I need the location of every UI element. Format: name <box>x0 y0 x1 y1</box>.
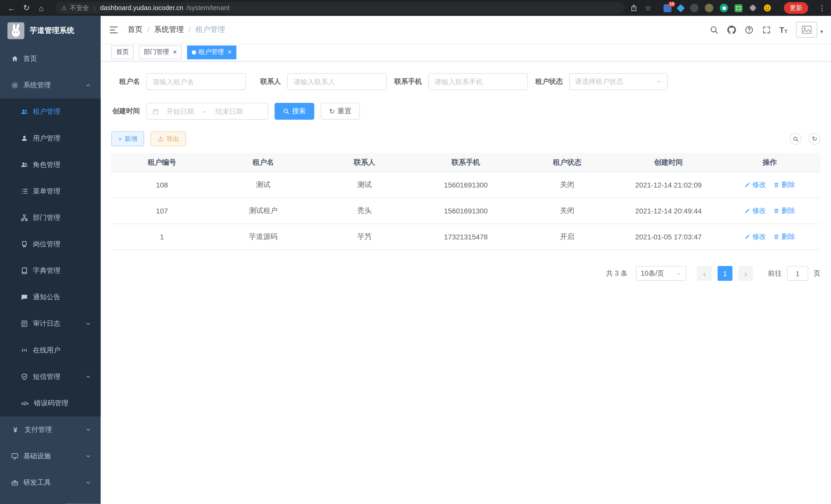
contact-input[interactable] <box>287 73 387 90</box>
pagination-total: 共 3 条 <box>606 269 628 278</box>
edit-link[interactable]: 修改 <box>744 232 766 241</box>
sidebar-item-dev-tools[interactable]: 研发工具 <box>0 469 101 496</box>
goto-page-input[interactable] <box>787 266 808 281</box>
tab-dept-management[interactable]: 部门管理 × <box>139 45 181 59</box>
sidebar-item-tenant-management[interactable]: 租户管理 <box>0 99 101 125</box>
cell-tenant-id: 108 <box>111 172 212 198</box>
app-logo[interactable]: 芋道管理系统 <box>0 16 101 46</box>
search-icon[interactable] <box>710 25 718 34</box>
extension-diamond-icon[interactable] <box>678 5 684 11</box>
address-bar[interactable]: ⚠ 不安全 | dashboard.yudao.iocoder.cn /syst… <box>55 2 625 13</box>
end-date-input[interactable] <box>209 108 249 115</box>
shield-icon <box>21 373 28 380</box>
tenant-name-input[interactable] <box>146 73 246 90</box>
avatar[interactable] <box>796 22 818 38</box>
sidebar-item-audit-log[interactable]: 审计日志 <box>0 310 101 337</box>
tab-home[interactable]: 首页 <box>111 45 134 59</box>
sidebar-item-infrastructure[interactable]: 基础设施 <box>0 443 101 469</box>
tenant-people-icon <box>21 108 28 116</box>
delete-link[interactable]: 删除 <box>773 180 795 189</box>
create-time-label: 创建时间 <box>111 107 140 116</box>
page-1-button[interactable]: 1 <box>718 266 733 281</box>
sidebar-item-online-users[interactable]: 在线用户 <box>0 337 101 363</box>
close-icon[interactable]: × <box>228 49 232 56</box>
filter-contact: 联系人 <box>252 73 387 90</box>
breadcrumb-current: 租户管理 <box>196 25 225 34</box>
sidebar-collapse-icon[interactable] <box>109 25 119 35</box>
cell-contact: 芋艿 <box>314 224 415 250</box>
browser-menu-icon[interactable]: ⋮ <box>819 4 826 12</box>
extension-globe-icon[interactable] <box>690 4 698 12</box>
extension-chat-icon[interactable] <box>735 4 743 12</box>
delete-link[interactable]: 删除 <box>773 232 795 241</box>
filter-create-time: 创建时间 - <box>111 103 268 120</box>
export-button[interactable]: 导出 <box>150 131 186 146</box>
home-dashboard-icon <box>11 55 19 63</box>
plus-icon: + <box>118 135 122 143</box>
reset-button[interactable]: ↻ 重置 <box>321 103 360 120</box>
browser-toolbar: ← ↻ ⌂ ⚠ 不安全 | dashboard.yudao.iocoder.cn… <box>0 0 831 16</box>
sidebar-item-error-code-management[interactable]: </> 错误码管理 <box>0 390 101 416</box>
cell-status: 开启 <box>516 224 618 250</box>
next-page-button[interactable]: › <box>738 266 753 281</box>
breadcrumb-home[interactable]: 首页 <box>128 25 143 34</box>
security-label[interactable]: 不安全 <box>70 3 89 12</box>
breadcrumb-system[interactable]: 系统管理 <box>154 25 184 34</box>
page-size-select[interactable]: 10条/页 <box>636 266 686 281</box>
edit-link[interactable]: 修改 <box>744 206 766 215</box>
sidebar-item-home[interactable]: 首页 <box>0 46 101 72</box>
trash-icon <box>773 234 780 240</box>
contact-label: 联系人 <box>252 77 281 86</box>
col-tenant-id: 租户编号 <box>111 153 212 172</box>
calendar-icon <box>152 108 159 115</box>
add-button[interactable]: + 新增 <box>111 131 144 146</box>
delete-link[interactable]: 删除 <box>773 206 795 215</box>
refresh-table-button[interactable]: ↻ <box>809 133 820 145</box>
sidebar-item-dept-management[interactable]: 部门管理 <box>0 205 101 231</box>
sidebar-item-user-management[interactable]: 用户管理 <box>0 125 101 152</box>
date-range-picker[interactable]: - <box>146 103 268 120</box>
status-select[interactable]: 请选择租户状态 <box>569 73 668 90</box>
sidebar-item-post-management[interactable]: 岗位管理 <box>0 231 101 258</box>
badge-icon <box>21 240 28 248</box>
edit-link[interactable]: 修改 <box>744 180 766 189</box>
filter-status: 租户状态 请选择租户状态 <box>534 73 668 90</box>
extension-ring-icon[interactable] <box>720 4 728 12</box>
tenant-table: 租户编号 租户名 联系人 联系手机 租户状态 创建时间 操作 108 测试 <box>111 153 821 250</box>
back-icon[interactable]: ← <box>5 2 18 14</box>
chevron-up-icon <box>85 83 91 88</box>
help-icon[interactable] <box>744 25 753 34</box>
extension-olive-icon[interactable] <box>705 4 713 12</box>
search-button[interactable]: 搜索 <box>275 103 314 120</box>
prev-page-button[interactable]: ‹ <box>697 266 712 281</box>
home-icon[interactable]: ⌂ <box>35 2 48 14</box>
close-icon[interactable]: × <box>173 49 177 56</box>
refresh-icon[interactable]: ↻ <box>20 2 33 14</box>
start-date-input[interactable] <box>160 108 200 115</box>
sidebar-item-dict-management[interactable]: 字典管理 <box>0 258 101 284</box>
share-icon[interactable] <box>630 4 638 12</box>
github-icon[interactable] <box>727 25 736 34</box>
tab-tenant-management[interactable]: 租户管理 × <box>187 45 236 59</box>
col-contact: 联系人 <box>314 153 415 172</box>
sidebar-item-payment-management[interactable]: ¥ 支付管理 <box>0 416 101 443</box>
extension-pin-icon[interactable]: 10 <box>663 4 671 12</box>
phone-input[interactable] <box>428 73 528 90</box>
avatar-caret-icon[interactable]: ▾ <box>821 29 823 34</box>
font-size-icon[interactable]: TT <box>779 25 787 34</box>
sidebar-item-notice[interactable]: 通知公告 <box>0 284 101 310</box>
sidebar-item-menu-management[interactable]: 菜单管理 <box>0 178 101 205</box>
sidebar-item-sms-management[interactable]: 短信管理 <box>0 363 101 390</box>
fullscreen-icon[interactable] <box>762 25 771 34</box>
extension-smiley-icon[interactable] <box>763 4 772 12</box>
sidebar-item-system-management[interactable]: 系统管理 <box>0 72 101 99</box>
bookmark-star-icon[interactable]: ☆ <box>645 4 651 12</box>
phone-label: 联系手机 <box>393 77 422 86</box>
extension-puzzle-icon[interactable] <box>749 4 757 12</box>
chevron-down-icon <box>676 270 682 276</box>
date-separator: - <box>201 108 208 115</box>
col-created: 创建时间 <box>618 153 719 172</box>
sidebar-item-role-management[interactable]: 角色管理 <box>0 152 101 178</box>
browser-update-button[interactable]: 更新 <box>784 2 808 13</box>
toggle-search-button[interactable] <box>790 133 801 145</box>
